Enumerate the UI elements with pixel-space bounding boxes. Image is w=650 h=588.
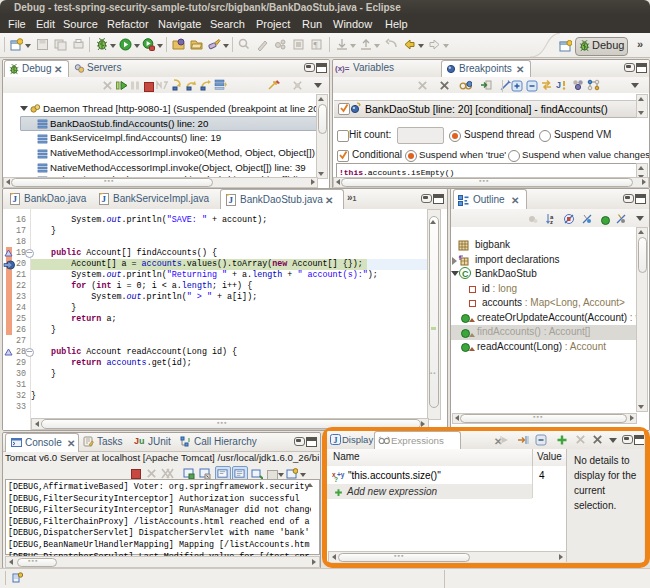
svg-text:J: J [556,80,561,90]
svg-text:J: J [13,194,18,204]
svg-text:¶: ¶ [314,40,318,50]
svg-text:z: z [550,219,553,225]
svg-text:?: ? [334,476,338,482]
svg-text:J: J [334,436,338,445]
svg-text:J: J [229,195,234,205]
svg-text:+y: +y [337,471,345,479]
svg-text:J: J [102,194,107,204]
